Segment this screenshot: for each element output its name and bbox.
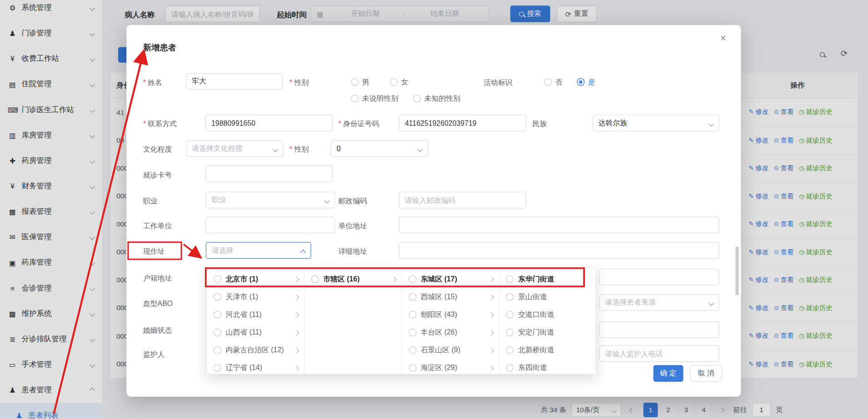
chevron-right-icon (489, 347, 494, 353)
radio-icon (214, 329, 221, 336)
cascader-option[interactable]: 石景山区 (9) (402, 341, 499, 359)
radio-icon (506, 329, 514, 336)
detail-address-label: 详细地址 (338, 246, 367, 256)
cascader-option[interactable]: 市辖区 (16) (304, 271, 401, 288)
gender-select-label: 性别 (289, 145, 309, 155)
id-number-input[interactable] (399, 115, 527, 132)
radio-icon (214, 346, 221, 354)
occupation-placeholder: 职业 (212, 195, 226, 205)
postal-code-input[interactable] (399, 192, 527, 208)
cascader-option[interactable]: 山西省 (11) (207, 324, 304, 341)
radio-active-no[interactable]: 否 (544, 78, 562, 86)
chevron-right-icon (294, 312, 299, 317)
patient-source-select[interactable]: 请选择患者来源 (599, 294, 719, 311)
cascader-option[interactable]: 东四街道 (499, 359, 596, 374)
name-label: 姓名 (143, 78, 162, 88)
radio-icon (409, 364, 416, 372)
radio-checked-icon (577, 78, 584, 85)
radio-icon (506, 311, 514, 319)
chevron-right-icon (294, 276, 299, 282)
radio-icon (506, 276, 514, 283)
radio-icon (409, 293, 416, 301)
cascader-option[interactable]: 辽宁省 (14) (207, 359, 304, 374)
education-placeholder: 请选择文化程度 (192, 143, 242, 153)
cascader-option[interactable]: 朝阳区 (43) (402, 306, 499, 324)
cancel-button[interactable]: 取 消 (690, 365, 722, 382)
gender-select[interactable]: 0 (330, 140, 428, 157)
cascader-option[interactable]: 北京市 (1) (207, 271, 304, 288)
cascader-option[interactable]: 河北省 (11) (207, 306, 304, 324)
radio-icon (413, 94, 421, 102)
chevron-up-icon (300, 250, 306, 255)
close-icon[interactable] (717, 32, 730, 45)
cascader-option-label: 山西省 (11) (226, 327, 291, 337)
cascader-option-label: 石景山区 (9) (421, 345, 486, 355)
cascader-option[interactable]: 东城区 (17) (402, 271, 499, 288)
cascader-option-label: 朝阳区 (43) (421, 310, 486, 320)
radio-active-yes[interactable]: 是 (577, 78, 595, 86)
ethnicity-value: 达斡尔族 (599, 118, 627, 128)
chevron-right-icon (391, 276, 396, 282)
cascader-option[interactable]: 天津市 (1) (207, 288, 304, 306)
radio-icon (311, 276, 319, 283)
cascader-option-label: 东四街道 (518, 363, 591, 373)
radio-female[interactable]: 女 (390, 78, 408, 86)
household-address-label: 户籍地址 (143, 273, 172, 283)
cascader-option-label: 内蒙古自治区 (12) (226, 345, 291, 355)
hidden-label-input-1[interactable] (599, 269, 719, 286)
contact-input[interactable] (205, 115, 333, 132)
dialog-scrollbar-thumb[interactable] (735, 246, 738, 295)
confirm-button[interactable]: 确 定 (653, 365, 683, 382)
radio-label: 未知的性别 (424, 94, 460, 104)
ethnicity-select[interactable]: 达斡尔族 (592, 115, 719, 132)
detail-address-input[interactable] (399, 242, 719, 259)
cascader-option[interactable]: 景山街道 (499, 288, 596, 306)
chevron-right-icon (294, 347, 299, 353)
cascader-option[interactable]: 丰台区 (26) (402, 324, 499, 341)
cascader-option[interactable]: 交道口街道 (499, 306, 596, 324)
cascader-option-label: 北京市 (1) (226, 274, 291, 284)
radio-icon (506, 364, 514, 372)
cascader-column-2: 东城区 (17)西城区 (15)朝阳区 (43)丰台区 (26)石景山区 (9)… (402, 268, 499, 374)
cascader-option[interactable]: 西城区 (15) (402, 288, 499, 306)
work-unit-input[interactable] (206, 217, 335, 233)
chevron-right-icon (489, 276, 494, 282)
guardian-phone-input[interactable] (599, 345, 719, 362)
radio-icon (351, 78, 359, 85)
radio-icon (544, 78, 552, 85)
cascader-option-label: 西城区 (15) (421, 292, 486, 302)
chevron-down-icon (324, 198, 329, 203)
cascader-option[interactable]: 内蒙古自治区 (12) (207, 341, 304, 359)
guardian-label: 监护人 (143, 350, 165, 360)
education-select[interactable]: 请选择文化程度 (186, 140, 284, 157)
unit-address-label: 单位地址 (338, 221, 367, 231)
cascader-option-label: 景山街道 (518, 292, 591, 302)
cascader-option[interactable]: 北新桥街道 (499, 341, 596, 359)
occupation-select[interactable]: 职业 (206, 192, 335, 208)
unit-address-input[interactable] (399, 217, 719, 233)
cascader-option[interactable]: 东华门街道 (499, 271, 596, 288)
chevron-right-icon (489, 330, 494, 335)
radio-male[interactable]: 男 (351, 78, 369, 86)
radio-icon (390, 78, 398, 85)
education-label: 文化程度 (143, 145, 172, 155)
app-root: ⚙系统管理♟门诊管理¥收费工作站▤住院管理⌨门诊医生工作站▥库房管理✚药房管理¥… (0, 0, 868, 419)
contact-label: 联系方式 (143, 119, 177, 129)
current-address-label: 现住址 (143, 246, 165, 256)
dialog-title: 新增患者 (143, 43, 176, 53)
current-address-cascader-trigger[interactable]: 请选择 (206, 242, 311, 259)
chevron-right-icon (294, 294, 299, 300)
cascader-option[interactable]: 海淀区 (29) (402, 359, 499, 374)
current-address-placeholder: 请选择 (212, 246, 234, 256)
cascader-option[interactable]: 安定门街道 (499, 324, 596, 341)
radio-label: 是 (588, 77, 595, 87)
radio-unspecified-gender[interactable]: 未说明性别 (351, 94, 399, 102)
ethnicity-label: 民族 (533, 119, 547, 129)
address-cascader-panel: 北京市 (1)天津市 (1)河北省 (11)山西省 (11)内蒙古自治区 (12… (206, 267, 596, 375)
visit-card-input[interactable] (206, 166, 333, 182)
name-input[interactable] (186, 73, 283, 90)
radio-unknown-gender[interactable]: 未知的性别 (413, 94, 460, 102)
hidden-label-input-2[interactable] (599, 321, 719, 338)
patient-source-placeholder: 请选择患者来源 (605, 297, 656, 307)
chevron-right-icon (489, 294, 494, 300)
